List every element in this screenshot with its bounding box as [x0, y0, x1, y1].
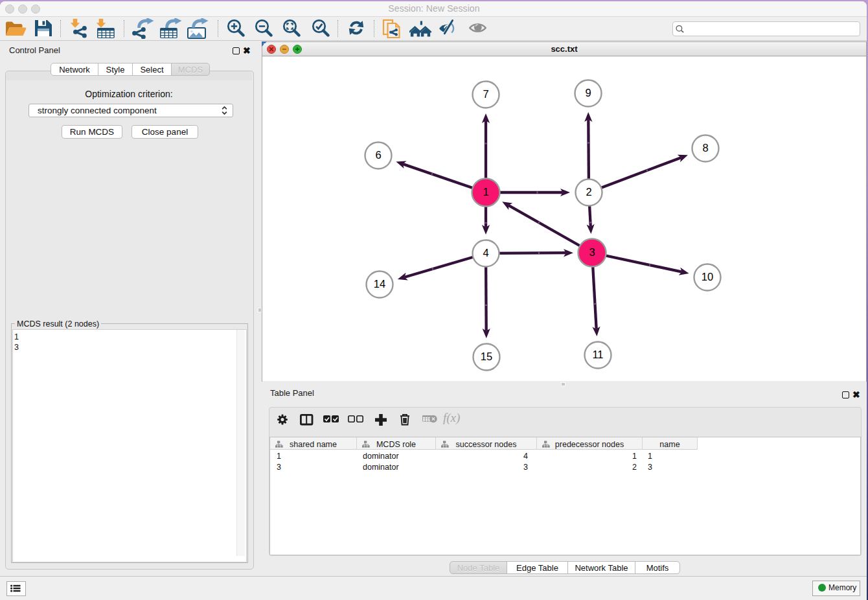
svg-text:8: 8	[702, 142, 708, 154]
svg-text:10: 10	[702, 271, 713, 283]
svg-text:4: 4	[483, 247, 488, 259]
svg-text:14: 14	[374, 278, 385, 290]
svg-text:2: 2	[586, 186, 591, 198]
svg-text:9: 9	[585, 87, 591, 98]
svg-text:7: 7	[483, 88, 488, 100]
svg-text:3: 3	[589, 246, 595, 258]
svg-text:15: 15	[481, 351, 492, 362]
svg-text:6: 6	[375, 149, 381, 161]
svg-text:11: 11	[592, 349, 603, 360]
svg-text:1: 1	[483, 186, 488, 198]
